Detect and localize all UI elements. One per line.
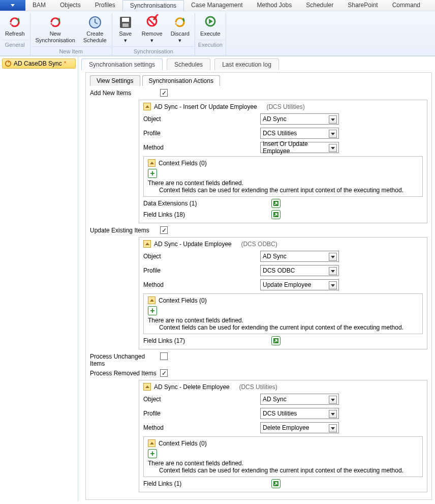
form-line-method: MethodInsert Or Update Employee — [143, 142, 423, 153]
section-body — [160, 225, 427, 235]
menu-case-management[interactable]: Case Management — [184, 0, 250, 11]
profile-dropdown[interactable]: DCS Utilities — [260, 128, 339, 139]
add-context-button[interactable] — [148, 169, 157, 178]
toolbar-remove-button[interactable]: Remove▾ — [138, 13, 167, 45]
method-dropdown[interactable]: Insert Or Update Employee — [260, 142, 339, 153]
menu-scheduler[interactable]: Scheduler — [299, 0, 340, 11]
expand-button[interactable] — [271, 479, 281, 488]
sidebar-item-dirty: * — [64, 60, 67, 67]
object-dropdown[interactable]: AD Sync — [260, 113, 339, 125]
sub-tabs: View SettingsSynchronisation Actions — [90, 75, 427, 86]
svg-rect-3 — [122, 23, 129, 27]
tab-schedules[interactable]: Schedules — [167, 58, 210, 70]
section-label: Process Removed Items — [90, 368, 160, 377]
toolbar-create-button[interactable]: CreateSchedule — [79, 13, 111, 45]
collapse-icon[interactable] — [143, 103, 151, 110]
menu-row: BAMObjectsProfilesSynchronisationsCase M… — [0, 0, 435, 11]
extra-line: Field Links (17) — [143, 336, 423, 345]
action-title: AD Sync - Update Employee (DCS ODBC) — [143, 240, 423, 248]
context-message: There are no context fields defined.Cont… — [148, 460, 418, 474]
toolbar-refresh-button[interactable]: Refresh — [1, 13, 29, 38]
section-row: Update Existing Items — [90, 225, 427, 235]
collapse-icon[interactable] — [143, 383, 151, 391]
expand-button[interactable] — [271, 199, 281, 208]
sidebar-item-label: AD CaseDB Sync — [14, 60, 62, 67]
section-row: Process Removed Items — [90, 368, 427, 378]
context-head: Context Fields (0) — [148, 159, 418, 167]
toolbar-execute-button[interactable]: Execute — [196, 13, 225, 38]
form-line-method: MethodDelete Employee — [143, 422, 423, 433]
menu-sharepoint[interactable]: SharePoint — [340, 0, 385, 11]
extra-label: Field Links (17) — [143, 337, 271, 344]
form-label: Object — [143, 115, 260, 123]
form-line-object: ObjectAD Sync — [143, 113, 423, 125]
sync-icon — [5, 60, 12, 67]
section-checkbox[interactable] — [160, 352, 168, 360]
form-label: Profile — [143, 410, 260, 417]
tool-group-execution: ExecuteExecution — [195, 13, 226, 55]
toolbar-new-button[interactable]: NewSynchronisation — [32, 13, 79, 45]
context-head: Context Fields (0) — [148, 297, 418, 304]
menu-command[interactable]: Command — [385, 0, 427, 11]
sidebar: AD CaseDB Sync * — [0, 56, 78, 501]
extra-label: Field Links (1) — [143, 480, 271, 487]
extra-label: Data Extensions (1) — [143, 200, 271, 207]
tool-group-synchronisation: Save▾Remove▾Discard▾Synchronisation — [112, 13, 195, 55]
form-line-object: ObjectAD Sync — [143, 251, 423, 262]
method-dropdown[interactable]: Delete Employee — [260, 422, 339, 433]
method-dropdown[interactable]: Update Employee — [260, 279, 339, 290]
sidebar-item-sync[interactable]: AD CaseDB Sync * — [2, 58, 76, 69]
form-line-profile: ProfileDCS Utilities — [143, 408, 423, 419]
content: Synchronisation settingsSchedulesLast ex… — [78, 56, 435, 501]
menu-objects[interactable]: Objects — [53, 0, 88, 11]
app-menu-button[interactable] — [0, 0, 25, 11]
subtab-synchronisation-actions[interactable]: Synchronisation Actions — [142, 75, 220, 86]
action-title: AD Sync - Insert Or Update Employee (DCS… — [143, 103, 423, 110]
extra-line: Data Extensions (1) — [143, 199, 423, 208]
tab-last-execution-log[interactable]: Last execution log — [214, 58, 279, 70]
profile-dropdown[interactable]: DCS Utilities — [260, 408, 339, 419]
main: AD CaseDB Sync * Synchronisation setting… — [0, 56, 435, 501]
extra-line: Field Links (18) — [143, 210, 423, 219]
object-dropdown[interactable]: AD Sync — [260, 251, 339, 262]
collapse-icon[interactable] — [148, 297, 156, 304]
form-label: Method — [143, 144, 260, 151]
sections: Add New ItemsAD Sync - Insert Or Update … — [90, 88, 427, 492]
subtab-view-settings[interactable]: View Settings — [90, 75, 140, 86]
context-message: There are no context fields defined.Cont… — [148, 180, 418, 194]
svg-point-6 — [6, 61, 11, 67]
tool-group-label: Synchronisation — [113, 46, 194, 55]
section-checkbox[interactable] — [160, 89, 168, 97]
collapse-icon[interactable] — [148, 439, 156, 447]
menu-method-jobs[interactable]: Method Jobs — [250, 0, 299, 11]
tab-synchronisation-settings[interactable]: Synchronisation settings — [81, 58, 163, 70]
collapse-icon[interactable] — [148, 159, 156, 167]
section-label: Process Unchanged Items — [90, 351, 160, 367]
add-context-button[interactable] — [148, 306, 157, 315]
menu-synchronisations[interactable]: Synchronisations — [122, 0, 184, 11]
section-body — [160, 368, 427, 378]
extra-line: Field Links (1) — [143, 479, 423, 488]
tool-group-label: General — [1, 40, 29, 49]
toolbar-discard-button[interactable]: Discard▾ — [167, 13, 194, 45]
section-checkbox[interactable] — [160, 369, 168, 377]
object-dropdown[interactable]: AD Sync — [260, 394, 339, 405]
toolbar-save-button[interactable]: Save▾ — [113, 13, 138, 45]
add-context-button[interactable] — [148, 449, 157, 458]
action-block: AD Sync - Update Employee (DCS ODBC)Obje… — [139, 237, 427, 349]
menu-bam[interactable]: BAM — [25, 0, 53, 11]
section-checkbox[interactable] — [160, 226, 168, 234]
form-line-method: MethodUpdate Employee — [143, 279, 423, 290]
action-title: AD Sync - Delete Employee (DCS Utilities… — [143, 383, 423, 391]
form-label: Method — [143, 424, 260, 431]
expand-button[interactable] — [271, 210, 281, 219]
tool-group-general: RefreshGeneral — [0, 13, 30, 55]
context-head: Context Fields (0) — [148, 439, 418, 447]
section-body — [160, 351, 427, 363]
context-fields-box: Context Fields (0)There are no context f… — [143, 436, 423, 477]
main-tabs: Synchronisation settingsSchedulesLast ex… — [81, 58, 432, 70]
collapse-icon[interactable] — [143, 240, 151, 248]
menu-profiles[interactable]: Profiles — [88, 0, 122, 11]
expand-button[interactable] — [271, 336, 281, 345]
profile-dropdown[interactable]: DCS ODBC — [260, 265, 339, 276]
